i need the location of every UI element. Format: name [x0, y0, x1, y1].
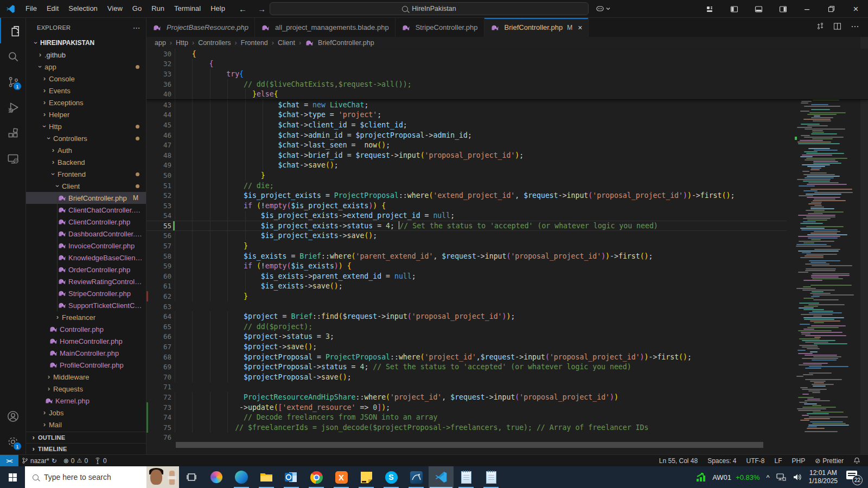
breadcrumb-item[interactable]: BriefController.php [305, 38, 374, 47]
tree-item-console[interactable]: ›Console [26, 73, 146, 85]
tab-projectbaseresource-php[interactable]: ProjectBaseResource.php [146, 18, 255, 37]
horizontal-scrollbar-slider[interactable] [176, 442, 763, 448]
status-formatter[interactable]: ⊘Prettier [812, 457, 847, 465]
menu-edit[interactable]: Edit [42, 4, 63, 12]
tree-item-briefcontroller-php[interactable]: BriefController.phpM [26, 192, 146, 204]
tree-item-controllers[interactable]: ›Controllers [26, 132, 146, 144]
code-line-53[interactable]: 53 if (!empty($is_project_exists)) { [146, 201, 868, 211]
start-button[interactable] [0, 466, 25, 488]
taskbar-app-sticky-notes[interactable] [354, 466, 379, 488]
menu-selection[interactable]: Selection [63, 4, 102, 12]
code-line-57[interactable]: 57 } [146, 241, 868, 251]
menu-go[interactable]: Go [127, 4, 146, 12]
tree-item-stripecontroller-php[interactable]: StripeController.php [26, 287, 146, 299]
code-line-68[interactable]: 68 $projectProposal = ProjectProposal::w… [146, 352, 868, 362]
back-icon[interactable]: ← [239, 4, 247, 14]
code-line-69[interactable]: 69 $projectProposal->status = 4; // Set … [146, 362, 868, 372]
code-line-67[interactable]: 67 $project->save(); [146, 342, 868, 352]
copilot-menu[interactable] [596, 4, 610, 13]
code-line-40[interactable]: 40 }else{ [146, 89, 868, 99]
code-line-30[interactable]: 30 { [146, 49, 868, 59]
tree-item-profilecontroller-php[interactable]: ProfileController.php [26, 359, 146, 371]
section-timeline[interactable]: ›TIMELINE [26, 443, 146, 454]
remote-indicator[interactable]: >< [0, 455, 18, 466]
tree-item-knowledgebaseclientco-[interactable]: KnowledgeBaseClientCo... [26, 252, 146, 264]
tree-item-freelancer[interactable]: ›Freelancer [26, 311, 146, 323]
code-line-58[interactable]: 58 $is_exists = Brief::where('parent_ext… [146, 251, 868, 261]
open-changes-icon[interactable] [816, 22, 825, 33]
code-line-71[interactable]: 71 [146, 382, 868, 393]
code-line-66[interactable]: 66 $project->status = 3; [146, 332, 868, 342]
git-branch[interactable]: nazar* ↻ [18, 455, 60, 466]
taskbar-app-chrome[interactable] [304, 466, 329, 488]
breadcrumb-item[interactable]: Frontend [241, 39, 268, 47]
taskbar-search[interactable]: Type here to search [25, 466, 179, 488]
tree-item-controller-php[interactable]: Controller.php [26, 323, 146, 335]
breadcrumb-item[interactable]: Http [176, 39, 188, 47]
code-line-59[interactable]: 59 if (!empty($is_exists)) { [146, 261, 868, 271]
taskbar-app-file-explorer[interactable] [254, 466, 279, 488]
code-line-64[interactable]: 64 $project = Brief::find($request->inpu… [146, 311, 868, 322]
code-line-73[interactable]: 73 ->update(['extend_resource' => 0]); [146, 402, 868, 413]
menu-run[interactable]: Run [146, 4, 169, 12]
code-lines[interactable]: 43 $chat = new LiveChat;44 $chat->type =… [146, 100, 868, 442]
tree-item-hireinpakistan[interactable]: ›HIREINPAKISTAN [26, 37, 146, 49]
tree-item-events[interactable]: ›Events [26, 85, 146, 97]
status-php[interactable]: PHP [789, 457, 809, 465]
taskbar-app-skype[interactable]: S [379, 466, 404, 488]
tree-item-clientcontroller-php[interactable]: ClientController.php [26, 216, 146, 228]
breadcrumb-item[interactable]: Controllers [198, 39, 231, 47]
tree-item-http[interactable]: ›Http [26, 120, 146, 132]
toggle-secondary-sidebar-button[interactable] [770, 0, 795, 18]
activity-extensions[interactable] [0, 120, 25, 145]
tree-item-backend[interactable]: ›Backend [26, 156, 146, 168]
activity-remote-explorer[interactable] [0, 145, 25, 171]
activity-settings-gear[interactable]: 1 [0, 429, 25, 454]
sticky-scroll[interactable]: 30 {32 {33 try{36 // dd($liveChatExists,… [146, 49, 868, 100]
menu-file[interactable]: File [21, 4, 42, 12]
tree-item-frontend[interactable]: ›Frontend [26, 168, 146, 180]
tree-item-middleware[interactable]: ›Middleware [26, 371, 146, 383]
taskbar-app-mysql[interactable] [404, 466, 429, 488]
code-line-65[interactable]: 65 // dd($project); [146, 322, 868, 332]
taskbar-app-task-view[interactable] [179, 466, 204, 488]
code-line-63[interactable]: 63 [146, 301, 868, 312]
problems[interactable]: ⊗ 0 ⚠ 0 [60, 455, 91, 466]
split-editor-icon[interactable] [833, 22, 842, 33]
code-line-43[interactable]: 43 $chat = new LiveChat; [146, 100, 868, 110]
taskbar-app-outlook[interactable] [279, 466, 304, 488]
tab-stripecontroller-php[interactable]: StripeController.php [395, 18, 484, 37]
code-line-47[interactable]: 47 $chat->last_seen = now(); [146, 140, 868, 150]
code-line-51[interactable]: 51 // die; [146, 181, 868, 191]
tree-item-client[interactable]: ›Client [26, 180, 146, 192]
tree-item-supportticketclientcont-[interactable]: SupportTicketClientCont... [26, 299, 146, 311]
menu-terminal[interactable]: Terminal [169, 4, 206, 12]
more-actions-icon[interactable]: ⋯ [133, 23, 141, 32]
status-utf8[interactable]: UTF-8 [743, 457, 768, 465]
toggle-primary-sidebar-button[interactable] [722, 0, 746, 18]
code-line-32[interactable]: 32 { [146, 59, 868, 69]
close-button[interactable]: × [844, 0, 868, 18]
activity-source-control[interactable]: 1 [0, 69, 25, 94]
tree-item-reviewratingcontroller-[interactable]: ReviewRatingController.... [26, 275, 146, 287]
code-line-56[interactable]: 56 $is_project_exists->save(); [146, 231, 868, 241]
code-line-36[interactable]: 36 // dd($liveChatExists,$request->all()… [146, 79, 868, 89]
tree-item-app[interactable]: ›app [26, 61, 146, 73]
code-line-49[interactable]: 49 $chat->save(); [146, 160, 868, 171]
tree-item-kernel-php[interactable]: Kernel.php [26, 395, 146, 407]
taskbar-app-notepad-2[interactable] [478, 466, 503, 488]
tree-item-requests[interactable]: ›Requests [26, 383, 146, 395]
menu-help[interactable]: Help [206, 4, 230, 12]
code-line-54[interactable]: 54 $is_project_exists->extend_project_id… [146, 211, 868, 221]
activity-account[interactable] [0, 403, 25, 429]
code-line-74[interactable]: 74 // Decode freelancers from JSON into … [146, 412, 868, 422]
tree-item-jobs[interactable]: ›Jobs [26, 407, 146, 419]
tree-item--github[interactable]: ›.github [26, 49, 146, 61]
tree-item-helper[interactable]: ›Helper [26, 108, 146, 120]
volume-icon[interactable] [793, 473, 802, 481]
code-line-61[interactable]: 61 $is_exists->save(); [146, 281, 868, 292]
activity-search[interactable] [0, 43, 25, 69]
section-outline[interactable]: ›OUTLINE [26, 432, 146, 443]
command-center-search[interactable]: HireInPakistan [270, 2, 589, 15]
activity-run-debug[interactable] [0, 94, 25, 120]
